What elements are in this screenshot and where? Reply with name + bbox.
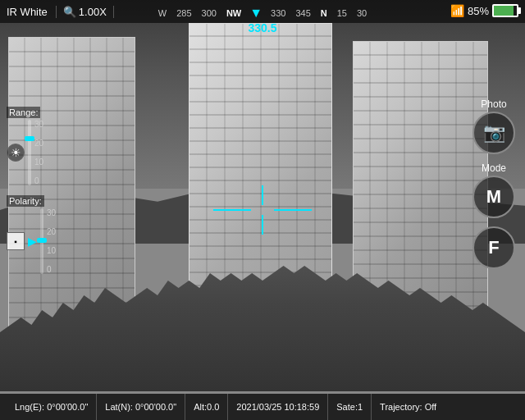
- camera-view: [0, 0, 525, 420]
- building-left: [8, 37, 135, 332]
